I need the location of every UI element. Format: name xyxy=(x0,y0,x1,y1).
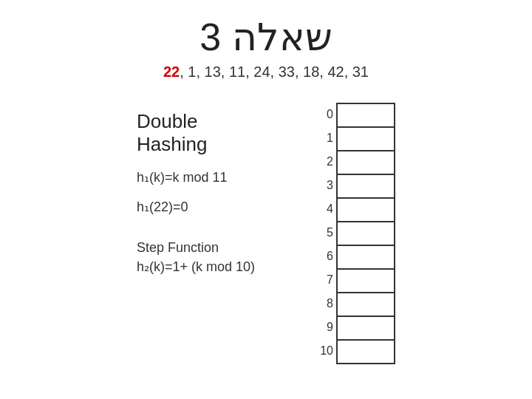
row-label-7: 7 xyxy=(314,268,336,292)
row-label-8: 8 xyxy=(314,292,336,316)
row-label-0: 0 xyxy=(314,103,336,126)
row-label-10: 10 xyxy=(314,339,336,363)
row-labels: 012345678910 xyxy=(314,103,336,363)
content-area: Double Hashing h₁(k)=k mod 11 h₁(22)=0 S… xyxy=(22,103,510,364)
row-label-6: 6 xyxy=(314,245,336,268)
table-cell-8 xyxy=(336,293,395,317)
table-cell-1 xyxy=(336,128,395,151)
table-cell-2 xyxy=(336,151,395,175)
page-title: שאלה 3 xyxy=(200,15,332,59)
subtitle-rest: , 1, 13, 11, 24, 33, 18, 42, 31 xyxy=(180,64,369,80)
row-label-4: 4 xyxy=(314,197,336,221)
formula2: h₁(22)=0 xyxy=(137,199,299,215)
subtitle: 22, 1, 13, 11, 24, 33, 18, 42, 31 xyxy=(163,64,369,81)
row-label-9: 9 xyxy=(314,316,336,339)
left-panel: Double Hashing h₁(k)=k mod 11 h₁(22)=0 S… xyxy=(137,103,299,276)
table-cell-4 xyxy=(336,199,395,222)
formula1: h₁(k)=k mod 11 xyxy=(137,169,299,185)
row-label-3: 3 xyxy=(314,174,336,197)
table-cells xyxy=(336,103,395,364)
table-cell-10 xyxy=(336,341,395,364)
table-cell-6 xyxy=(336,246,395,270)
row-label-5: 5 xyxy=(314,221,336,245)
highlighted-number: 22 xyxy=(163,64,180,80)
page: שאלה 3 22, 1, 13, 11, 24, 33, 18, 42, 31… xyxy=(0,0,532,399)
double-hashing-label: Double Hashing xyxy=(137,110,299,156)
step-function: Step Function h₂(k)=1+ (k mod 10) xyxy=(137,239,299,276)
table-cell-5 xyxy=(336,222,395,246)
step-function-label: Step Function h₂(k)=1+ (k mod 10) xyxy=(137,239,299,276)
row-label-1: 1 xyxy=(314,126,336,150)
hash-table: 012345678910 xyxy=(314,103,395,364)
table-cell-9 xyxy=(336,317,395,341)
table-cell-3 xyxy=(336,175,395,199)
table-cell-0 xyxy=(336,104,395,128)
table-cell-7 xyxy=(336,270,395,293)
row-label-2: 2 xyxy=(314,150,336,174)
